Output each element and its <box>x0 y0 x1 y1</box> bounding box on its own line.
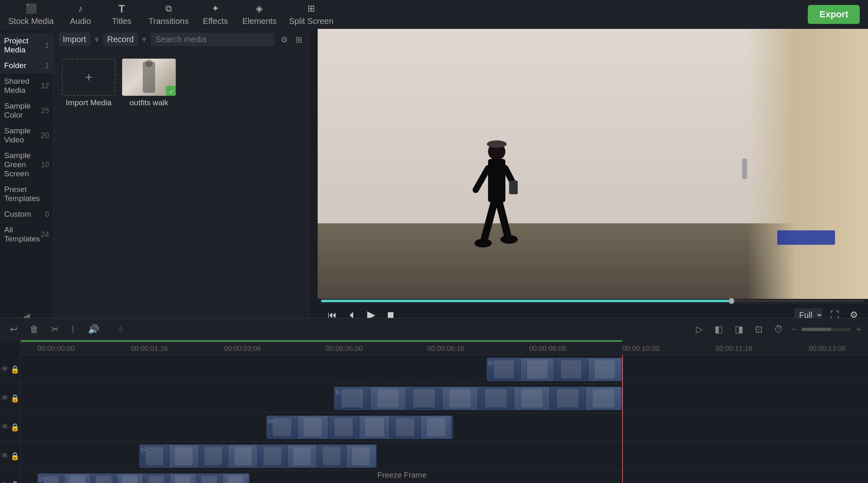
track1-eye-icon[interactable]: 👁 <box>1 365 9 374</box>
left-sidebar: Project Media 1 Folder 1 Shared Media 12… <box>0 29 54 326</box>
main-layout: Project Media 1 Folder 1 Shared Media 12… <box>0 29 868 483</box>
bottom-section: ↩ 🗑 ✂ ⧘ 🔊 ⊹ ▷ ◧ ◨ ⊡ ⏱ − + <box>0 318 868 483</box>
export-button[interactable]: Export <box>808 5 860 24</box>
media-grid: + Import Media <box>54 50 309 326</box>
walking-person <box>472 140 521 267</box>
sidebar-item-sample-video[interactable]: Sample Video 20 <box>0 123 53 148</box>
cut-button[interactable]: ✂ <box>48 322 62 336</box>
toolbar-item-audio[interactable]: ♪ Audio <box>66 2 95 26</box>
mark-out-button[interactable]: ◨ <box>731 322 747 336</box>
svg-line-10 <box>499 202 508 237</box>
toolbar-item-effects[interactable]: ✦ Effects <box>201 2 230 26</box>
plus-icon: + <box>85 70 93 85</box>
record-dropdown[interactable]: Record <box>103 33 138 46</box>
audio-icon: ♪ <box>73 2 87 15</box>
import-media-item[interactable]: + Import Media <box>62 59 116 107</box>
toolbar-item-elements[interactable]: ◈ Elements <box>242 2 276 26</box>
audio-detach-button[interactable]: 🔊 <box>85 322 102 336</box>
ruler-mark-2: 00:00:03:06 <box>224 345 261 353</box>
search-input[interactable] <box>151 33 275 46</box>
track-row-4: ▷ <box>21 442 868 471</box>
track-row-5: ▷ <box>21 471 868 483</box>
freeze-frame-label: Freeze Frame <box>377 471 427 480</box>
track1-lock-icon[interactable]: 🔒 <box>10 365 19 374</box>
clip-track3[interactable]: ▷ <box>267 416 453 439</box>
split-button[interactable]: ⧘ <box>68 322 79 336</box>
track4-eye-icon[interactable]: 👁 <box>1 452 9 460</box>
zoom-fit-button[interactable]: ⊡ <box>752 322 766 336</box>
toolbar-item-transitions[interactable]: ⧉ Transitions <box>149 2 189 26</box>
svg-point-1 <box>145 60 153 67</box>
clip-track1[interactable]: ▷ <box>487 358 623 381</box>
speed-button[interactable]: ⏱ <box>771 322 786 336</box>
zoom-slider[interactable] <box>802 328 851 331</box>
sidebar-item-shared-media[interactable]: Shared Media 12 <box>0 73 53 98</box>
clip-track2[interactable]: ▷ <box>334 387 622 410</box>
outfits-walk-thumb: ✓ <box>122 59 176 96</box>
sidebar-item-sample-green-screen[interactable]: Sample Green Screen 10 <box>0 148 53 182</box>
clip-track5[interactable]: ▷ <box>38 474 250 483</box>
track2-eye-icon[interactable]: 👁 <box>1 394 9 402</box>
toolbar-separator <box>110 324 110 334</box>
clip4-label: ▷ <box>142 446 146 453</box>
delete-button[interactable]: 🗑 <box>26 322 42 336</box>
top-toolbar: ⬛ Stock Media ♪ Audio T Titles ⧉ Transit… <box>0 0 868 29</box>
timeline-tracks: ▷ <box>21 355 868 483</box>
outfits-walk-item[interactable]: ✓ outfits walk <box>122 59 176 107</box>
ruler-mark-4: 00:00:06:16 <box>427 345 465 353</box>
clip1-label: ▷ <box>489 360 493 366</box>
ruler-mark-1: 00:00:01:16 <box>131 345 168 353</box>
track2-lock-icon[interactable]: 🔒 <box>10 394 19 403</box>
sidebar-item-custom[interactable]: Custom 0 <box>0 206 53 222</box>
sidebar-item-preset-templates[interactable]: Preset Templates <box>0 182 53 206</box>
import-dropdown[interactable]: Import <box>59 33 90 46</box>
video-checkmark: ✓ <box>169 88 174 95</box>
timeline-ruler[interactable]: 00:00:00:00 00:00:01:16 00:00:03:06 00:0… <box>21 340 868 355</box>
clip-thumbnails-2 <box>335 387 622 410</box>
svg-line-6 <box>476 168 488 190</box>
track-row-2: ▷ <box>21 384 868 413</box>
transitions-icon: ⧉ <box>162 2 176 15</box>
timeline-toolbar: ↩ 🗑 ✂ ⧘ 🔊 ⊹ ▷ ◧ ◨ ⊡ ⏱ − + <box>0 319 868 340</box>
track3-lock-icon[interactable]: 🔒 <box>10 423 19 432</box>
play-range-button[interactable]: ▷ <box>693 322 706 336</box>
undo-button[interactable]: ↩ <box>7 322 21 336</box>
track-row-1: ▷ <box>21 355 868 384</box>
import-media-thumb[interactable]: + <box>62 59 116 96</box>
clip-thumbnails-1 <box>487 358 622 381</box>
svg-line-9 <box>484 202 494 239</box>
toolbar-item-split-screen[interactable]: ⊞ Split Screen <box>289 2 334 26</box>
clip-track4[interactable]: ▷ <box>139 445 377 468</box>
grid-view-icon[interactable]: ⊞ <box>294 33 304 46</box>
media-panel-toolbar: Import ▾ Record ▾ ⚙ ⊞ <box>54 29 309 50</box>
audio-label: Audio <box>70 17 91 26</box>
toolbar-item-titles[interactable]: T Titles <box>107 2 136 26</box>
track3-eye-icon[interactable]: 👁 <box>1 423 9 431</box>
stock-media-label: Stock Media <box>8 17 54 26</box>
svg-point-12 <box>500 235 518 244</box>
ruler-mark-5: 00:00:08:06 <box>529 345 566 353</box>
timeline-tracks-left: 👁 🔒 👁 🔒 👁 🔒 👁 🔒 👁 🔒 <box>0 340 21 483</box>
svg-rect-4 <box>491 142 503 147</box>
transitions-label: Transitions <box>149 17 189 26</box>
clip-thumbnails-5 <box>38 474 249 483</box>
track5-eye-icon[interactable]: 👁 <box>1 481 9 483</box>
sidebar-item-sample-color[interactable]: Sample Color 25 <box>0 98 53 123</box>
upper-section: Project Media 1 Folder 1 Shared Media 12… <box>0 29 868 326</box>
split-screen-label: Split Screen <box>289 17 334 26</box>
track4-lock-icon[interactable]: 🔒 <box>10 452 19 461</box>
toolbar-item-stock-media[interactable]: ⬛ Stock Media <box>8 2 54 26</box>
sidebar-item-all-templates[interactable]: All Templates 24 <box>0 222 53 247</box>
sidebar-item-folder[interactable]: Folder 1 <box>0 58 53 73</box>
ruler-mark-6: 00:00:10:00 <box>622 345 659 353</box>
filter-icon[interactable]: ⚙ <box>279 33 290 46</box>
video-preview: ⏮ ⏴ ▶ ⏹ Full ⛶ ⚙ <box>318 29 868 326</box>
sidebar-item-project-media[interactable]: Project Media 1 <box>0 33 53 58</box>
track5-lock-icon[interactable]: 🔒 <box>10 481 19 483</box>
media-panel: Import ▾ Record ▾ ⚙ ⊞ + Import Media <box>54 29 309 326</box>
svg-rect-8 <box>509 180 518 194</box>
elements-icon: ◈ <box>252 2 267 15</box>
mark-in-button[interactable]: ◧ <box>711 322 726 336</box>
clip3-label: ▷ <box>269 417 273 424</box>
zoom-minus-icon: − <box>791 324 797 335</box>
